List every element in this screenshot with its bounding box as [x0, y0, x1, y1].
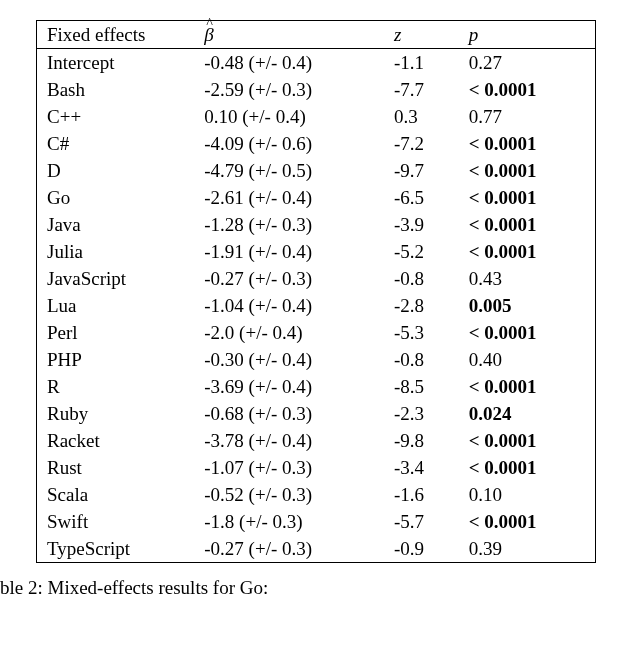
table-row: PHP-0.30 (+/- 0.4)-0.80.40 — [37, 346, 596, 373]
row-beta: -0.48 (+/- 0.4) — [194, 49, 384, 77]
row-z: -2.3 — [384, 400, 459, 427]
stats-table: Fixed effects ^ β z p Intercept-0.48 (+/… — [36, 20, 596, 563]
row-name: Swift — [37, 508, 195, 535]
row-name: R — [37, 373, 195, 400]
table-row: TypeScript-0.27 (+/- 0.3)-0.90.39 — [37, 535, 596, 563]
row-p: 0.10 — [459, 481, 596, 508]
row-p: < 0.0001 — [459, 211, 596, 238]
row-p: < 0.0001 — [459, 157, 596, 184]
table-row: C++0.10 (+/- 0.4)0.30.77 — [37, 103, 596, 130]
table-row: Julia-1.91 (+/- 0.4)-5.2< 0.0001 — [37, 238, 596, 265]
row-z: -6.5 — [384, 184, 459, 211]
row-beta: -0.27 (+/- 0.3) — [194, 265, 384, 292]
row-p: < 0.0001 — [459, 319, 596, 346]
table-row: Swift-1.8 (+/- 0.3)-5.7< 0.0001 — [37, 508, 596, 535]
row-p: 0.40 — [459, 346, 596, 373]
table-row: Scala-0.52 (+/- 0.3)-1.60.10 — [37, 481, 596, 508]
header-fixed-effects: Fixed effects — [37, 21, 195, 49]
stats-table-container: Fixed effects ^ β z p Intercept-0.48 (+/… — [36, 20, 608, 563]
table-row: JavaScript-0.27 (+/- 0.3)-0.80.43 — [37, 265, 596, 292]
table-caption: ble 2: Mixed-effects results for Go: — [0, 577, 622, 599]
header-p: p — [459, 21, 596, 49]
table-row: Go-2.61 (+/- 0.4)-6.5< 0.0001 — [37, 184, 596, 211]
row-p: 0.39 — [459, 535, 596, 563]
table-row: Intercept-0.48 (+/- 0.4)-1.10.27 — [37, 49, 596, 77]
table-row: R-3.69 (+/- 0.4)-8.5< 0.0001 — [37, 373, 596, 400]
row-beta: -2.0 (+/- 0.4) — [194, 319, 384, 346]
row-z: -1.1 — [384, 49, 459, 77]
table-row: C#-4.09 (+/- 0.6)-7.2< 0.0001 — [37, 130, 596, 157]
row-beta: -0.52 (+/- 0.3) — [194, 481, 384, 508]
row-beta: -0.27 (+/- 0.3) — [194, 535, 384, 563]
table-row: Java-1.28 (+/- 0.3)-3.9< 0.0001 — [37, 211, 596, 238]
row-name: Perl — [37, 319, 195, 346]
header-beta-hat: ^ β — [194, 21, 384, 49]
table-body: Intercept-0.48 (+/- 0.4)-1.10.27Bash-2.5… — [37, 49, 596, 563]
row-p: 0.024 — [459, 400, 596, 427]
row-p: < 0.0001 — [459, 130, 596, 157]
row-p: 0.77 — [459, 103, 596, 130]
header-row: Fixed effects ^ β z p — [37, 21, 596, 49]
row-name: Intercept — [37, 49, 195, 77]
row-beta: -3.69 (+/- 0.4) — [194, 373, 384, 400]
row-name: Ruby — [37, 400, 195, 427]
row-beta: -1.8 (+/- 0.3) — [194, 508, 384, 535]
row-beta: -2.59 (+/- 0.3) — [194, 76, 384, 103]
row-z: -0.9 — [384, 535, 459, 563]
row-name: Lua — [37, 292, 195, 319]
row-name: Julia — [37, 238, 195, 265]
row-beta: -3.78 (+/- 0.4) — [194, 427, 384, 454]
row-z: -0.8 — [384, 346, 459, 373]
row-beta: -0.30 (+/- 0.4) — [194, 346, 384, 373]
row-p: < 0.0001 — [459, 76, 596, 103]
row-p: 0.005 — [459, 292, 596, 319]
row-z: -7.7 — [384, 76, 459, 103]
row-z: -1.6 — [384, 481, 459, 508]
table-row: Ruby-0.68 (+/- 0.3)-2.30.024 — [37, 400, 596, 427]
row-z: -3.4 — [384, 454, 459, 481]
row-name: Go — [37, 184, 195, 211]
row-z: -5.3 — [384, 319, 459, 346]
row-z: -9.8 — [384, 427, 459, 454]
row-name: JavaScript — [37, 265, 195, 292]
row-name: Scala — [37, 481, 195, 508]
row-p: < 0.0001 — [459, 508, 596, 535]
row-p: < 0.0001 — [459, 427, 596, 454]
row-beta: -2.61 (+/- 0.4) — [194, 184, 384, 211]
header-z: z — [384, 21, 459, 49]
row-beta: 0.10 (+/- 0.4) — [194, 103, 384, 130]
row-beta: -4.09 (+/- 0.6) — [194, 130, 384, 157]
row-beta: -4.79 (+/- 0.5) — [194, 157, 384, 184]
row-name: Java — [37, 211, 195, 238]
row-name: D — [37, 157, 195, 184]
row-z: -7.2 — [384, 130, 459, 157]
row-z: 0.3 — [384, 103, 459, 130]
row-beta: -1.04 (+/- 0.4) — [194, 292, 384, 319]
row-name: Racket — [37, 427, 195, 454]
row-name: Rust — [37, 454, 195, 481]
beta-hat-accent: ^ — [204, 16, 213, 32]
row-name: Bash — [37, 76, 195, 103]
row-beta: -1.28 (+/- 0.3) — [194, 211, 384, 238]
row-name: C++ — [37, 103, 195, 130]
row-z: -8.5 — [384, 373, 459, 400]
row-name: PHP — [37, 346, 195, 373]
row-p: < 0.0001 — [459, 373, 596, 400]
row-z: -5.2 — [384, 238, 459, 265]
row-p: 0.43 — [459, 265, 596, 292]
row-beta: -1.07 (+/- 0.3) — [194, 454, 384, 481]
row-p: < 0.0001 — [459, 238, 596, 265]
row-z: -0.8 — [384, 265, 459, 292]
row-z: -2.8 — [384, 292, 459, 319]
row-p: < 0.0001 — [459, 454, 596, 481]
row-p: < 0.0001 — [459, 184, 596, 211]
row-z: -9.7 — [384, 157, 459, 184]
table-row: Perl-2.0 (+/- 0.4)-5.3< 0.0001 — [37, 319, 596, 346]
row-z: -5.7 — [384, 508, 459, 535]
row-name: TypeScript — [37, 535, 195, 563]
row-p: 0.27 — [459, 49, 596, 77]
table-row: Lua-1.04 (+/- 0.4)-2.80.005 — [37, 292, 596, 319]
table-row: Rust-1.07 (+/- 0.3)-3.4< 0.0001 — [37, 454, 596, 481]
table-row: Racket-3.78 (+/- 0.4)-9.8< 0.0001 — [37, 427, 596, 454]
table-row: Bash-2.59 (+/- 0.3)-7.7< 0.0001 — [37, 76, 596, 103]
